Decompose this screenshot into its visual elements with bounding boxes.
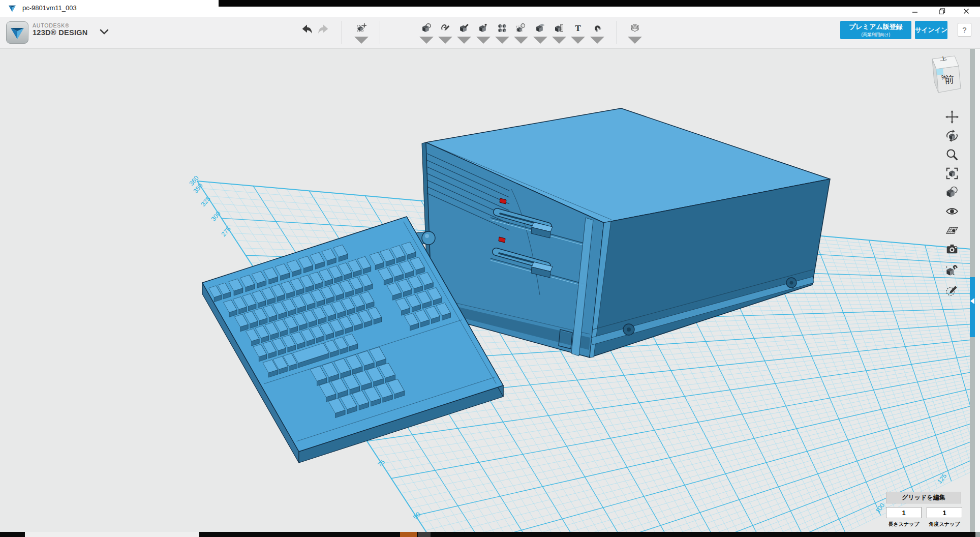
svg-text:T: T xyxy=(575,23,581,33)
help-button[interactable]: ? xyxy=(958,23,971,37)
rail-separator xyxy=(944,260,960,260)
zoom-icon xyxy=(945,148,959,161)
material-button[interactable] xyxy=(945,186,961,201)
taskbar-window-preview[interactable] xyxy=(25,532,199,537)
transform-button[interactable] xyxy=(352,21,371,45)
tool-icon-strip: T xyxy=(0,17,839,49)
measure-icon xyxy=(552,23,566,33)
close-icon xyxy=(963,8,969,14)
restore-icon xyxy=(939,8,945,15)
transform-icon xyxy=(354,23,369,33)
minimize-button[interactable] xyxy=(906,7,924,16)
snap-button[interactable] xyxy=(588,21,607,45)
grid-coordinate-label: 75 xyxy=(376,458,386,468)
primitives-icon xyxy=(419,23,434,33)
visibility-button[interactable] xyxy=(945,204,961,220)
grid-edit-label: グリッドを編集 xyxy=(902,493,945,502)
material-icon xyxy=(945,186,959,199)
snapshot-button[interactable] xyxy=(945,242,961,257)
visibility-icon xyxy=(945,204,959,218)
dropdown-caret-icon xyxy=(590,35,604,45)
app-toolbar: AUTODESK® 123D® DESIGN T プレミアム版登録 (商業利用向… xyxy=(0,17,980,49)
orbit-button[interactable] xyxy=(945,129,961,144)
angle-snap-label: 角度スナップ xyxy=(927,521,962,528)
window-title: pc-9801vm11_003 xyxy=(22,4,77,12)
zoom-fit-button[interactable] xyxy=(945,167,961,182)
panel-collapse-tab[interactable] xyxy=(970,277,975,337)
pan-button[interactable] xyxy=(945,110,961,126)
pan-icon xyxy=(945,110,959,124)
toolbar-separator xyxy=(342,21,342,44)
toolbar-separator xyxy=(380,21,380,44)
dropdown-caret-icon xyxy=(571,35,585,45)
scene-3d[interactable]: 3603503253002757550100125 xyxy=(0,0,980,537)
combine-icon xyxy=(533,23,547,33)
toolbar-separator xyxy=(617,21,617,44)
angle-snap-group: 角度スナップ xyxy=(927,507,962,528)
taskbar-gray-app[interactable] xyxy=(418,532,431,537)
annotate-button[interactable] xyxy=(945,284,961,299)
taskbar-orange-app[interactable] xyxy=(400,532,417,537)
measure-button[interactable] xyxy=(549,21,569,45)
construct-icon xyxy=(457,23,471,33)
minimize-icon xyxy=(912,8,918,14)
dropdown-caret-icon xyxy=(457,35,471,45)
taskbar-corner xyxy=(975,532,980,537)
premium-upgrade-button[interactable]: プレミアム版登録 (商業利用向け) xyxy=(840,21,911,39)
close-button[interactable] xyxy=(958,7,975,16)
right-gutter xyxy=(975,49,980,532)
signin-button[interactable]: サインイン xyxy=(915,21,947,39)
view-layers-button[interactable] xyxy=(625,21,645,45)
length-snap-input[interactable] xyxy=(886,507,922,518)
snapshot-icon xyxy=(945,242,959,255)
view-layers-icon xyxy=(628,23,642,33)
combine-button[interactable] xyxy=(531,21,550,45)
model-pc-case[interactable] xyxy=(416,108,830,357)
dropdown-caret-icon xyxy=(354,35,369,45)
angle-snap-input[interactable] xyxy=(927,507,962,518)
premium-upgrade-label: プレミアム版登録 xyxy=(849,22,903,32)
snap-lock-button[interactable] xyxy=(945,263,961,278)
zoom-button[interactable] xyxy=(945,148,961,163)
grid-visibility-button[interactable] xyxy=(945,223,961,238)
dropdown-caret-icon xyxy=(476,35,491,45)
pattern-icon xyxy=(495,23,509,33)
application-window: pc-9801vm11_003 AUTODESK® 123D® DESIGN xyxy=(0,0,980,537)
sketch-icon xyxy=(438,23,452,33)
snap-icon xyxy=(590,23,604,33)
premium-upgrade-sublabel: (商業利用向け) xyxy=(862,32,891,38)
app-logo-icon xyxy=(8,4,17,13)
top-black-strip xyxy=(219,0,980,7)
group-button[interactable] xyxy=(511,21,531,45)
grid-edit-button[interactable]: グリッドを編集 xyxy=(886,492,961,503)
dropdown-caret-icon xyxy=(514,35,528,45)
grid-coordinate-label: 300 xyxy=(210,210,222,223)
grid-coordinate-label: 275 xyxy=(220,225,232,238)
pattern-button[interactable] xyxy=(493,21,512,45)
text-button[interactable]: T xyxy=(568,21,588,45)
sketch-button[interactable] xyxy=(436,21,455,45)
construct-button[interactable] xyxy=(454,21,474,45)
primitives-button[interactable] xyxy=(417,21,436,45)
length-snap-group: 長さスナップ xyxy=(886,507,922,528)
modify-button[interactable] xyxy=(474,21,493,45)
collapse-arrow-icon xyxy=(970,298,974,304)
dropdown-caret-icon xyxy=(552,35,566,45)
grid-visibility-icon xyxy=(945,223,959,236)
grid-coordinate-label: 125 xyxy=(936,472,948,485)
dropdown-caret-icon xyxy=(495,35,509,45)
grid-snap-panel: グリッドを編集 長さスナップ 角度スナップ xyxy=(886,492,962,503)
dropdown-caret-icon xyxy=(438,35,452,45)
redo-button[interactable] xyxy=(314,21,333,45)
restore-button[interactable] xyxy=(933,7,951,16)
dropdown-caret-icon xyxy=(419,35,434,45)
navigation-rail xyxy=(941,49,964,313)
text-icon: T xyxy=(571,23,585,33)
dropdown-caret-icon xyxy=(628,35,642,45)
modify-icon xyxy=(476,23,491,33)
snap-lock-icon xyxy=(945,263,959,276)
zoom-fit-icon xyxy=(945,167,959,180)
annotate-icon xyxy=(945,284,959,297)
help-label: ? xyxy=(962,25,966,34)
rail-separator xyxy=(944,165,960,165)
